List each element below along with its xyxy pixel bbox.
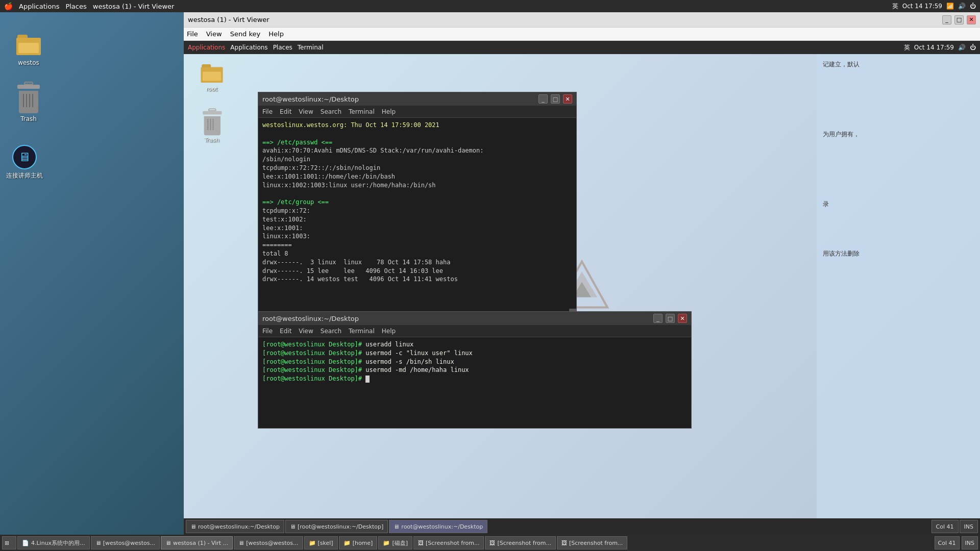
vm-places-menu[interactable]: Places [273,44,292,51]
vm-desktop-trash[interactable]: Trash [194,112,230,143]
vm-taskbar-icon-1: 🖥 [290,523,296,530]
vm-volume-icon[interactable]: 🔊 [958,44,966,51]
wifi-icon: 📶 [946,3,954,10]
vm-desktop-root[interactable]: root [194,61,230,92]
taskbar-item-7[interactable]: 🖼 [Screenshot from... [413,536,484,549]
vm-root-label: root [206,86,217,92]
t1-menu-terminal[interactable]: Terminal [349,108,375,115]
desktop-icon-label-trash: Trash [20,115,37,122]
datetime-display: Oct 14 17:59 [902,3,942,10]
taskbar-item-8[interactable]: 🖼 [Screenshot from... [485,536,555,549]
desktop-icon-trash[interactable]: Trash [8,89,49,122]
taskbar-ins-info: INS [962,536,978,549]
terminal2-menubar: File Edit View Search Terminal Help [258,325,691,337]
t1-line-17: drwx------. 15 lee lee 4096 Oct 14 16:03… [262,267,572,276]
t2-menu-terminal[interactable]: Terminal [349,328,375,335]
menu-view[interactable]: View [206,30,222,38]
terminal1-menubar: File Edit View Search Terminal Help [258,106,576,118]
vm-taskbar-item-2[interactable]: 🖥 root@westoslinux:~/Desktop [389,520,487,533]
t2-line-3: [root@westoslinux Desktop]# usermod -md … [262,366,687,374]
t1-menu-view[interactable]: View [299,108,313,115]
terminal1-close[interactable]: ✕ [563,94,572,104]
topbar-left: 🍎 Applications Places westosa (1) - Virt… [4,2,174,10]
t1-menu-edit[interactable]: Edit [280,108,291,115]
vm-taskbar-icon-0: 🖥 [190,523,196,530]
taskbar-item-2[interactable]: 🖥 westosa (1) - Virt ... [161,536,233,549]
vm-taskbar-item-0[interactable]: 🖥 root@westoslinux:~/Desktop [186,520,284,533]
t1-line-8 [262,189,572,198]
vm-ins-indicator: INS [960,520,978,533]
taskbar-item-9[interactable]: 🖼 [Screenshot from... [557,536,627,549]
vm-terminal-menu[interactable]: Terminal [298,44,324,51]
vm-taskbar-label-1: [root@westoslinux:~/Desktop] [298,523,383,530]
vm-trash-label: Trash [204,137,219,143]
vm-power-icon[interactable]: ⏻ [970,44,976,51]
taskbar-item-0[interactable]: 📄 4.Linux系统中的用... [17,536,90,549]
terminal1-minimize[interactable]: _ [538,94,548,104]
side-text-4: 用该方法删除 [823,249,974,258]
t1-menu-file[interactable]: File [262,108,273,115]
t2-menu-edit[interactable]: Edit [280,328,291,335]
power-icon[interactable]: ⏻ [970,3,976,10]
side-text-2: 为用户拥有， [823,130,974,139]
taskbar-label-6: [磁盘] [392,539,408,547]
taskbar-label-3: [westos@westos... [246,540,298,546]
t2-menu-file[interactable]: File [262,328,273,335]
connector-icon: 🖥 [12,145,37,169]
system-taskbar: ⊞ 📄 4.Linux系统中的用... 🖥 [westos@westos... … [0,535,980,551]
taskbar-item-6[interactable]: 📁 [磁盘] [378,536,412,549]
t1-line-10: tcpdump:x:72: [262,207,572,215]
taskbar-item-3[interactable]: 🖥 [westos@westos... [234,536,303,549]
terminal2-controls: _ □ ✕ [652,314,687,323]
side-text-1: 记建立，默认 [823,60,974,69]
places-menu[interactable]: Places [65,3,86,10]
window-title-topbar: westosa (1) - Virt Viewer [93,3,175,10]
t1-line-12: lee:x:1001: [262,224,572,233]
t1-line-16: drwx------. 3 linux linux 78 Oct 14 17:5… [262,258,572,267]
virt-viewer-title: westosa (1) - Virt Viewer [188,16,270,23]
terminal2-maximize[interactable]: □ [666,314,675,323]
vm-applications-label[interactable]: Applications [230,44,267,51]
t2-menu-view[interactable]: View [299,328,313,335]
taskbar-item-5[interactable]: 📁 [home] [339,536,378,549]
taskbar-item-1[interactable]: 🖥 [westos@westos... [91,536,160,549]
vm-applications-menu[interactable]: Applications [188,44,225,51]
terminal2-minimize[interactable]: _ [653,314,663,323]
t2-menu-search[interactable]: Search [321,328,341,335]
ins-info-label: INS [965,540,974,546]
close-button[interactable]: ✕ [967,15,976,24]
taskbar-show-desktop[interactable]: ⊞ [2,536,16,549]
vm-taskbar-item-1[interactable]: 🖥 [root@westoslinux:~/Desktop] [285,520,388,533]
t1-menu-search[interactable]: Search [321,108,341,115]
vm-topbar-left: Applications Applications Places Termina… [188,44,324,51]
maximize-button[interactable]: □ [954,15,964,24]
t1-line-13: linux:x:1003: [262,232,572,241]
virt-viewer-titlebar: westosa (1) - Virt Viewer _ □ ✕ [184,12,980,28]
menu-file[interactable]: File [187,30,198,38]
terminal1-titlebar: root@westoslinux:~/Desktop _ □ ✕ [258,92,576,106]
taskbar-icon-4: 📁 [309,540,316,546]
minimize-button[interactable]: _ [942,15,951,24]
virt-viewer-controls: _ □ ✕ [941,15,976,24]
volume-icon[interactable]: 🔊 [958,3,966,10]
terminal1-maximize[interactable]: □ [551,94,560,104]
menu-sendkey[interactable]: Send key [230,30,261,38]
menu-help[interactable]: Help [268,30,284,38]
col-info-label: Col 41 [938,540,956,546]
desktop-icon-westos[interactable]: westos [8,33,49,66]
applications-menu[interactable]: Applications [19,3,59,10]
taskbar-label-8: [Screenshot from... [497,540,551,546]
t1-menu-help[interactable]: Help [382,108,396,115]
t1-line-2: ==> /etc/passwd <== [262,138,572,147]
t2-line-1: [root@westoslinux Desktop]# usermod -c "… [262,349,687,358]
t2-menu-help[interactable]: Help [382,328,396,335]
vm-col-info: Col 41 [932,520,959,533]
system-menu-icon[interactable]: 🍎 [4,2,13,10]
t1-line-18: drwx------. 14 westos test 4096 Oct 14 1… [262,275,572,284]
terminal2-close[interactable]: ✕ [678,314,687,323]
desktop-icon-connector[interactable]: 🖥 连接讲师主机 [4,145,45,180]
terminal1-content: westoslinux.westos.org: Thu Oct 14 17:59… [258,118,576,316]
taskbar-icon-8: 🖼 [489,540,495,546]
t1-line-11: test:x:1002: [262,215,572,224]
taskbar-item-4[interactable]: 📁 [skel] [304,536,338,549]
